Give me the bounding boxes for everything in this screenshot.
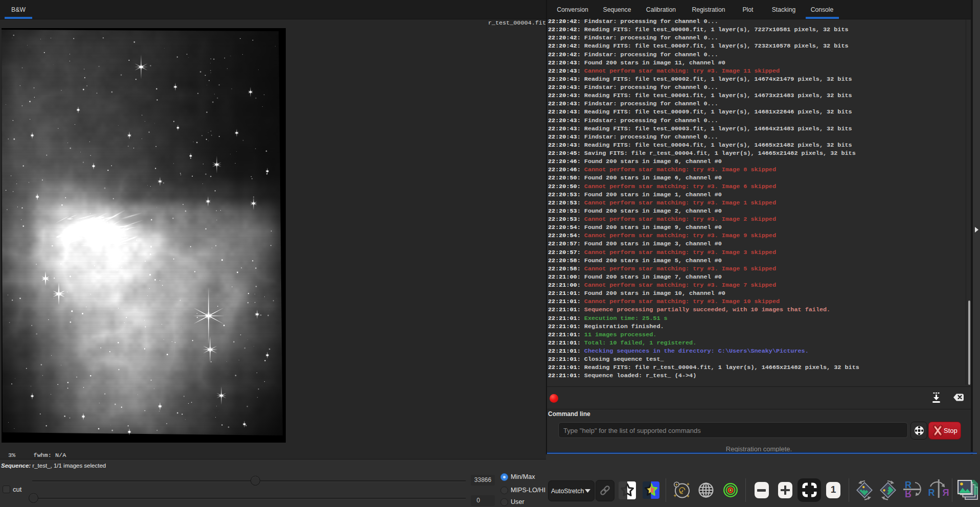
- svg-text:R: R: [905, 480, 911, 490]
- svg-text:R: R: [928, 488, 935, 498]
- svg-text:R: R: [943, 488, 949, 498]
